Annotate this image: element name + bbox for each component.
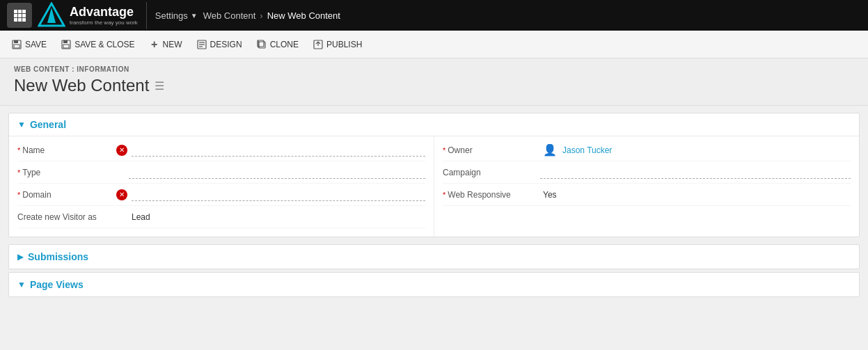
general-body: * Name ✕ * Type: [9, 136, 859, 237]
general-right-col: * Owner 👤 Jason Tucker Campaign: [434, 136, 859, 237]
general-left-col: * Name ✕ * Type: [9, 136, 434, 237]
svg-rect-2: [22, 10, 26, 13]
name-error-icon[interactable]: ✕: [116, 145, 127, 156]
type-control: [115, 166, 425, 179]
page-header: WEB CONTENT : INFORMATION New Web Conten…: [0, 58, 868, 106]
name-input[interactable]: [132, 143, 425, 157]
logo-sub: transform the way you work: [70, 19, 138, 26]
domain-control: ✕: [115, 188, 425, 201]
campaign-label: Campaign: [443, 168, 540, 177]
owner-label: * Owner: [443, 145, 540, 155]
list-icon[interactable]: ☰: [155, 79, 164, 93]
svg-rect-5: [22, 14, 26, 17]
svg-rect-0: [14, 10, 17, 13]
type-field-row: * Type: [17, 161, 425, 184]
visitor-control: Lead: [115, 211, 425, 223]
visitor-label: Create new Visitor as: [17, 212, 115, 222]
general-collapse-icon: ▼: [17, 120, 26, 129]
web-responsive-control: Yes: [540, 189, 851, 201]
name-control: ✕: [115, 143, 425, 157]
name-field-row: * Name ✕: [17, 139, 425, 161]
visitor-value: Lead: [129, 211, 153, 223]
save-close-label: SAVE & CLOSE: [74, 40, 134, 49]
settings-dropdown[interactable]: Settings ▼: [150, 6, 203, 25]
svg-rect-13: [14, 45, 19, 48]
clone-label: CLONE: [270, 40, 299, 49]
submissions-section-wrapper: ▶ Submissions: [8, 244, 860, 269]
general-section: ▼ General * Name ✕: [8, 113, 860, 237]
page-header-label: WEB CONTENT : INFORMATION: [14, 65, 854, 73]
type-label: * Type: [17, 168, 115, 177]
svg-rect-7: [18, 18, 22, 22]
publish-button[interactable]: PUBLISH: [307, 36, 368, 53]
breadcrumb: Web Content › New Web Content: [203, 10, 340, 21]
svg-rect-8: [22, 18, 26, 22]
web-responsive-value: Yes: [540, 189, 560, 201]
type-required-star: *: [17, 168, 20, 177]
new-label: NEW: [163, 40, 182, 49]
clone-button[interactable]: CLONE: [251, 36, 304, 53]
page-title: New Web Content ☰: [14, 76, 854, 95]
logo-text: Advantage: [70, 5, 134, 19]
page-views-title: Page Views: [30, 279, 84, 290]
domain-input[interactable]: [132, 188, 425, 201]
save-icon: [11, 39, 22, 50]
owner-value: Jason Tucker: [560, 144, 615, 157]
svg-rect-21: [259, 42, 265, 48]
general-section-header[interactable]: ▼ General: [9, 113, 859, 136]
owner-control: 👤 Jason Tucker: [540, 143, 851, 157]
campaign-input[interactable]: [540, 166, 851, 179]
general-section-title: General: [30, 119, 66, 130]
save-label: SAVE: [25, 40, 47, 49]
campaign-control: [540, 166, 851, 179]
domain-required-star: *: [17, 191, 20, 199]
domain-field-row: * Domain ✕: [17, 184, 425, 206]
domain-label: * Domain: [17, 190, 115, 200]
owner-field-row: * Owner 👤 Jason Tucker: [443, 139, 851, 161]
publish-icon: [313, 39, 324, 50]
name-required-star: *: [17, 146, 20, 154]
page-views-collapse-icon: ▼: [17, 280, 26, 289]
web-responsive-label: * Web Responsive: [443, 190, 540, 200]
svg-rect-6: [14, 18, 17, 22]
save-close-button[interactable]: SAVE & CLOSE: [55, 36, 140, 53]
svg-rect-12: [14, 40, 18, 43]
svg-rect-16: [63, 45, 69, 48]
new-button[interactable]: + NEW: [143, 36, 188, 53]
new-icon: +: [149, 39, 160, 50]
design-icon: [196, 39, 207, 50]
campaign-field-row: Campaign: [443, 161, 851, 184]
svg-rect-15: [63, 40, 68, 43]
domain-error-icon[interactable]: ✕: [116, 189, 127, 200]
submissions-collapse-icon: ▶: [17, 252, 24, 262]
design-label: DESIGN: [210, 40, 242, 49]
page-title-text: New Web Content: [14, 76, 149, 95]
save-close-icon: [61, 39, 72, 50]
page-views-section[interactable]: ▼ Page Views: [8, 272, 860, 297]
publish-label: PUBLISH: [326, 40, 362, 49]
settings-arrow-icon: ▼: [191, 12, 198, 19]
visitor-field-row: Create new Visitor as Lead: [17, 206, 425, 228]
svg-rect-4: [18, 14, 22, 17]
breadcrumb-separator: ›: [260, 10, 262, 21]
design-button[interactable]: DESIGN: [191, 36, 248, 53]
web-responsive-field-row: * Web Responsive Yes: [443, 184, 851, 206]
submissions-section[interactable]: ▶ Submissions: [8, 244, 860, 269]
save-button[interactable]: SAVE: [6, 36, 52, 53]
submissions-title: Submissions: [28, 251, 88, 262]
breadcrumb-parent[interactable]: Web Content: [203, 10, 256, 21]
svg-rect-3: [14, 14, 17, 17]
owner-person-icon: 👤: [543, 143, 557, 157]
page-views-section-wrapper: ▼ Page Views: [8, 272, 860, 297]
top-navigation: Advantage transform the way you work Set…: [0, 0, 868, 31]
web-responsive-required-star: *: [443, 191, 445, 199]
grid-menu-button[interactable]: [7, 3, 32, 28]
svg-rect-1: [18, 10, 22, 13]
settings-label: Settings: [155, 10, 188, 21]
content-area: ▼ General * Name ✕: [0, 106, 868, 304]
name-label: * Name: [17, 145, 115, 155]
clone-icon: [256, 39, 267, 50]
type-input[interactable]: [129, 166, 425, 179]
toolbar: SAVE SAVE & CLOSE + NEW DESIGN: [0, 31, 868, 58]
app-logo: Advantage transform the way you work: [38, 2, 147, 29]
